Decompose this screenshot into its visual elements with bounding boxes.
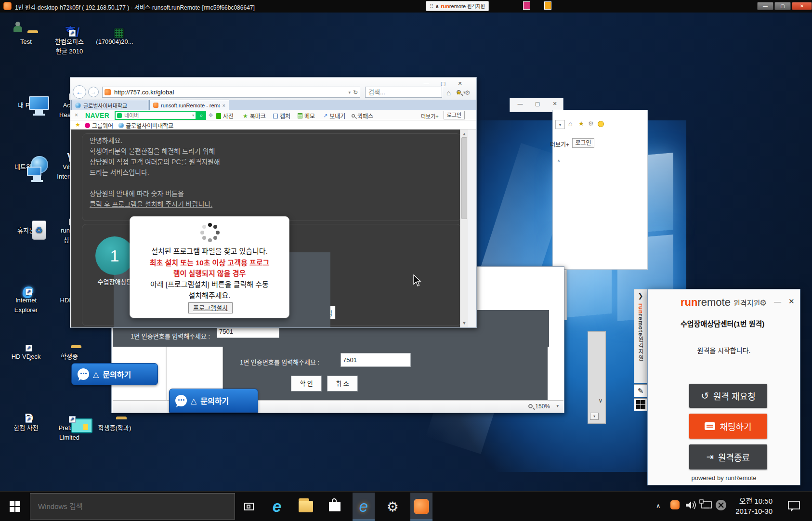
- runremote-side-tab[interactable]: ❯ runremote원격지원: [634, 289, 647, 383]
- minimize-icon[interactable]: —: [419, 80, 433, 86]
- zoom-level[interactable]: 150%: [535, 403, 550, 410]
- desktop-icon-network[interactable]: 네트워크: [5, 143, 47, 172]
- remote-end-button[interactable]: ⇥ 원격종료: [689, 444, 767, 469]
- taskbar-file-explorer[interactable]: [295, 493, 317, 521]
- bookmark-globaluniv[interactable]: 글로벌사이버대학교: [118, 121, 173, 130]
- favorites-star-icon[interactable]: ★: [578, 120, 584, 127]
- zoom-dropdown-icon[interactable]: ▾: [556, 404, 559, 408]
- taskbar-edge[interactable]: e: [266, 493, 288, 521]
- chat-button[interactable]: 채팅하기: [689, 414, 767, 439]
- home-icon[interactable]: ⌂: [568, 120, 572, 128]
- desktop-icon-preface-limited[interactable]: ↗ Preface Limited: [48, 404, 91, 442]
- taskbar-chat-app[interactable]: [410, 493, 432, 521]
- pen-tool-button[interactable]: ✎: [634, 384, 647, 397]
- inquiry-button[interactable]: △ 문의하기: [169, 389, 258, 413]
- taskbar-settings[interactable]: ⚙: [381, 493, 404, 521]
- more-link[interactable]: 더보기+: [550, 140, 569, 148]
- desktop-icon-hancom-dict[interactable]: D↗ 한컴 사전: [5, 404, 47, 433]
- remote-rerequest-button[interactable]: ↺ 원격 재요청: [689, 384, 767, 408]
- tab-runremote[interactable]: runsoft.runRemote - remot... ×: [149, 100, 229, 110]
- desktop-icon-recycle-bin[interactable]: ♻ 휴지통: [5, 207, 47, 235]
- confirm-button[interactable]: 확 인: [291, 376, 322, 391]
- tray-expand-icon[interactable]: ∧: [656, 502, 661, 509]
- naver-search-box[interactable]: ▾: [115, 111, 196, 120]
- drag-handle-icon[interactable]: ✥: [209, 112, 213, 118]
- tab-close-icon[interactable]: ×: [223, 103, 225, 108]
- scroll-down-icon[interactable]: ∨: [592, 397, 609, 404]
- maximize-icon[interactable]: ▢: [436, 80, 450, 87]
- taskbar-clock[interactable]: 오전 10:50 2017-10-30: [728, 496, 773, 516]
- close-button[interactable]: ✕: [792, 2, 812, 10]
- dropdown-icon[interactable]: ▾: [555, 120, 565, 129]
- notification-center-icon[interactable]: [787, 499, 801, 513]
- desktop-icon-my-pc[interactable]: 내 PC: [5, 82, 47, 110]
- toolbar-close-icon[interactable]: ×: [75, 112, 78, 118]
- smiley-icon[interactable]: [598, 121, 604, 127]
- login-button[interactable]: 로그인: [572, 138, 594, 148]
- task-view-button[interactable]: [238, 493, 260, 521]
- naver-login-button[interactable]: 로그인: [444, 111, 465, 119]
- maximize-button[interactable]: ▢: [774, 2, 791, 10]
- taskbar-search-box[interactable]: [30, 493, 235, 520]
- zoom-lens-icon[interactable]: [528, 403, 533, 410]
- auth-code-input[interactable]: [341, 353, 411, 367]
- minimize-icon[interactable]: —: [514, 101, 526, 106]
- scrollbar-thumb[interactable]: [461, 137, 467, 219]
- counselor-number-circle[interactable]: 1: [95, 236, 134, 275]
- bookmark-groupware[interactable]: 그룹웨어: [85, 121, 113, 130]
- settings-gear-icon[interactable]: ⚙: [760, 298, 767, 308]
- taskbar-store[interactable]: [324, 493, 346, 521]
- naver-search-button[interactable]: ⌕: [196, 111, 206, 120]
- tab-globaluniv[interactable]: 글로벌사이버대학교: [71, 100, 148, 110]
- scroll-down-icon[interactable]: ▼: [460, 321, 468, 326]
- tray-volume-icon[interactable]: [685, 499, 697, 511]
- settings-gear-icon[interactable]: ⚙: [465, 89, 471, 96]
- refresh-icon[interactable]: ↻: [353, 89, 358, 96]
- cancel-button[interactable]: 취 소: [327, 376, 358, 391]
- naver-logo[interactable]: NAVER: [85, 112, 109, 119]
- inquiry-button[interactable]: △ 문의하기: [71, 363, 158, 385]
- desktop-icon-test[interactable]: Test: [5, 18, 47, 47]
- titlebar-mini-icon[interactable]: [523, 1, 530, 10]
- taskbar-internet-explorer[interactable]: e: [353, 493, 375, 521]
- home-icon[interactable]: ⌂: [446, 89, 451, 97]
- naver-send-item[interactable]: ↗보내기: [323, 112, 345, 120]
- desktop-icon-hd-vdeck[interactable]: ♪↗ HD VDeck: [5, 333, 47, 362]
- naver-dict-item[interactable]: 사전: [216, 112, 234, 120]
- back-icon[interactable]: ←: [73, 85, 86, 99]
- address-bar[interactable]: ▾ ↻: [102, 87, 360, 98]
- minimize-icon[interactable]: —: [774, 297, 781, 305]
- scroll-up-icon[interactable]: ∧: [553, 158, 564, 163]
- favorites-star-icon[interactable]: ★: [75, 121, 80, 128]
- desktop-icon-spreadsheet-file[interactable]: ▦ (170904)20...: [93, 18, 136, 47]
- naver-search-dropdown-icon[interactable]: ▾: [192, 113, 194, 117]
- windows-tool-button[interactable]: [634, 398, 647, 411]
- tray-network-icon[interactable]: [699, 499, 713, 511]
- taskbar-search-input[interactable]: [37, 502, 228, 511]
- search-input[interactable]: [367, 88, 454, 96]
- dropdown-icon[interactable]: ▾: [590, 413, 599, 420]
- maximize-icon[interactable]: ▢: [531, 101, 544, 107]
- close-icon[interactable]: ✕: [453, 80, 467, 87]
- page-scrollbar[interactable]: ▲ ▼: [460, 130, 468, 327]
- tray-blocked-icon[interactable]: [715, 499, 727, 511]
- forward-icon[interactable]: →: [88, 87, 99, 97]
- naver-bookmark-item[interactable]: ★북마크: [243, 112, 266, 120]
- minimize-button[interactable]: —: [757, 2, 773, 10]
- runremote-toolbar-pill[interactable]: ⠿ ∧ runremote 원격지원: [426, 1, 489, 11]
- desktop-icon-student-id[interactable]: 학생증: [48, 333, 91, 362]
- browser-search-box[interactable]: ▾: [365, 87, 442, 98]
- close-icon[interactable]: ✕: [788, 297, 795, 306]
- naver-memo-item[interactable]: 메모: [298, 112, 315, 120]
- scroll-up-icon[interactable]: ▲: [460, 131, 468, 136]
- url-input[interactable]: [113, 88, 346, 96]
- program-install-button[interactable]: 프로그램설치: [188, 302, 233, 313]
- url-dropdown-icon[interactable]: ▾: [348, 90, 351, 95]
- tray-runremote-icon[interactable]: [670, 500, 680, 509]
- naver-search-input[interactable]: [123, 112, 191, 119]
- naver-more-link[interactable]: 더보기+: [421, 112, 439, 120]
- start-button[interactable]: [4, 493, 26, 521]
- titlebar-mini-icon[interactable]: [544, 1, 551, 10]
- desktop-icon-internet-explorer[interactable]: e↗ Internet Explorer: [5, 277, 47, 314]
- naver-quickpass-item[interactable]: 퀵패스: [351, 112, 373, 120]
